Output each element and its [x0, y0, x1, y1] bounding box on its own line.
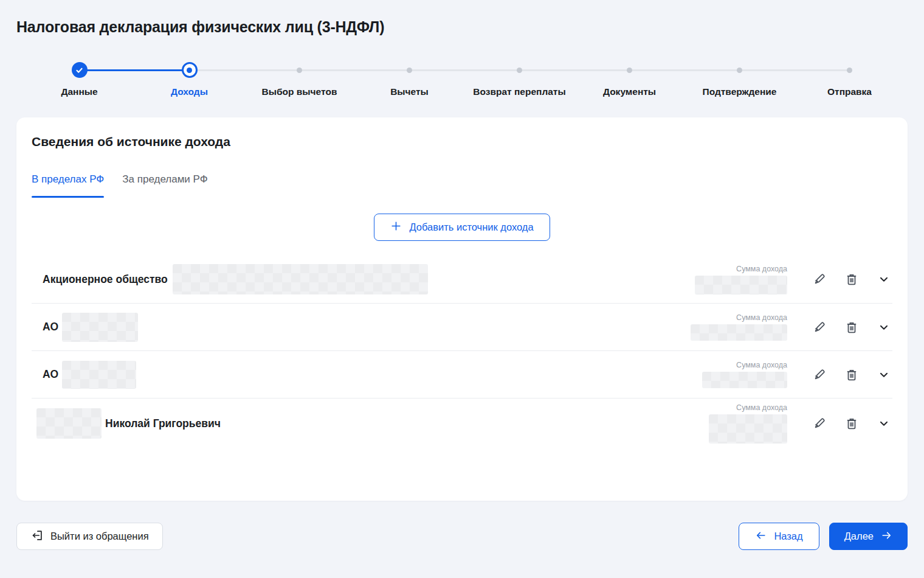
redacted-sum-value [695, 276, 787, 294]
income-source-list: Акционерное общество Сумма дохода [32, 256, 892, 448]
delete-button[interactable] [843, 366, 860, 383]
expand-button[interactable] [875, 415, 892, 432]
redacted-name-block [62, 313, 138, 342]
income-sum-label: Сумма дохода [685, 403, 787, 412]
trash-icon [844, 367, 859, 382]
page-title: Налоговая декларация физических лиц (3-Н… [16, 18, 384, 36]
step-label: Данные [24, 86, 134, 97]
card-heading: Сведения об источнике дохода [32, 134, 892, 149]
pencil-icon [812, 367, 827, 382]
edit-button[interactable] [811, 319, 828, 336]
income-sum-label: Сумма дохода [685, 313, 787, 322]
exit-appeal-button[interactable]: Выйти из обращения [16, 523, 163, 550]
redacted-name-block [62, 361, 136, 389]
step-deduction-choice: Выбор вычетов [244, 62, 354, 97]
trash-icon [844, 320, 859, 335]
expand-button[interactable] [875, 366, 892, 383]
arrow-left-icon [755, 529, 767, 544]
step-label: Вычеты [354, 86, 464, 97]
exit-appeal-label: Выйти из обращения [50, 531, 149, 542]
income-row: АО Сумма дохода [32, 303, 892, 350]
step-upcoming-dot-icon [517, 68, 522, 73]
redacted-sum-value [709, 414, 787, 444]
income-row: АО Сумма дохода [32, 350, 892, 398]
step-label: Подтверждение [684, 86, 795, 97]
redacted-sum-value [691, 324, 787, 341]
step-confirmation: Подтверждение [684, 62, 795, 97]
tax-declaration-page: Налоговая декларация физических лиц (3-Н… [0, 0, 924, 578]
pencil-icon [812, 272, 827, 287]
progress-stepper: Данные Доходы Выбор вычетов Вычеты Возвр… [24, 62, 905, 97]
step-data[interactable]: Данные [24, 62, 134, 97]
step-completed-check-icon [72, 62, 88, 78]
income-source-name: АО [43, 368, 58, 381]
income-source-name: Николай Григорьевич [105, 417, 221, 430]
income-source-card: Сведения об источнике дохода В пределах … [16, 117, 908, 501]
next-button[interactable]: Далее [829, 523, 908, 550]
income-source-name: Акционерное общество [43, 273, 168, 286]
plus-icon [390, 220, 402, 234]
step-active-dot-icon [182, 62, 198, 78]
arrow-right-icon [880, 529, 892, 544]
step-upcoming-dot-icon [297, 68, 302, 73]
delete-button[interactable] [843, 415, 860, 432]
footer-actions: Выйти из обращения Назад Далее [16, 523, 908, 550]
step-documents: Документы [574, 62, 684, 97]
step-overpayment-refund: Возврат переплаты [464, 62, 574, 97]
pencil-icon [812, 416, 827, 431]
step-label: Документы [574, 86, 684, 97]
redacted-name-block [36, 408, 102, 439]
step-upcoming-dot-icon [847, 68, 852, 73]
chevron-down-icon [877, 368, 891, 381]
delete-button[interactable] [843, 271, 860, 288]
edit-button[interactable] [811, 415, 828, 432]
step-sending: Отправка [795, 62, 905, 97]
income-sum-label: Сумма дохода [685, 361, 787, 369]
income-sum-label: Сумма дохода [685, 265, 787, 273]
trash-icon [844, 416, 859, 431]
exit-icon [30, 529, 44, 545]
income-source-name: АО [43, 321, 58, 333]
redacted-sum-value [702, 372, 787, 388]
pencil-icon [812, 320, 827, 335]
edit-button[interactable] [811, 271, 828, 288]
income-sum-block: Сумма дохода [685, 361, 787, 388]
step-label: Возврат переплаты [464, 86, 574, 97]
chevron-down-icon [877, 321, 891, 334]
step-label: Доходы [134, 86, 244, 97]
tab-outside-rf[interactable]: За пределами РФ [122, 173, 207, 198]
step-upcoming-dot-icon [627, 68, 632, 73]
chevron-down-icon [877, 417, 891, 430]
step-income[interactable]: Доходы [134, 62, 244, 97]
expand-button[interactable] [875, 319, 892, 336]
chevron-down-icon [877, 273, 891, 286]
redacted-name-block [173, 264, 428, 294]
income-row: Николай Григорьевич Сумма дохода [32, 398, 892, 448]
income-sum-block: Сумма дохода [685, 313, 787, 341]
income-sum-block: Сумма дохода [685, 265, 787, 294]
step-upcoming-dot-icon [737, 68, 742, 73]
step-label: Отправка [795, 86, 905, 97]
step-upcoming-dot-icon [407, 68, 412, 73]
income-row: Акционерное общество Сумма дохода [32, 256, 892, 303]
step-label: Выбор вычетов [244, 86, 354, 97]
next-label: Далее [844, 531, 874, 542]
edit-button[interactable] [811, 366, 828, 383]
step-deductions: Вычеты [354, 62, 464, 97]
region-tabs: В пределах РФ За пределами РФ [32, 173, 892, 198]
trash-icon [844, 272, 859, 287]
back-button[interactable]: Назад [739, 523, 819, 550]
tab-inside-rf[interactable]: В пределах РФ [32, 173, 104, 198]
back-label: Назад [774, 531, 802, 542]
delete-button[interactable] [843, 319, 860, 336]
expand-button[interactable] [875, 271, 892, 288]
add-income-source-label: Добавить источник дохода [409, 221, 533, 233]
add-income-source-button[interactable]: Добавить источник дохода [374, 214, 550, 241]
income-sum-block: Сумма дохода [685, 403, 787, 444]
